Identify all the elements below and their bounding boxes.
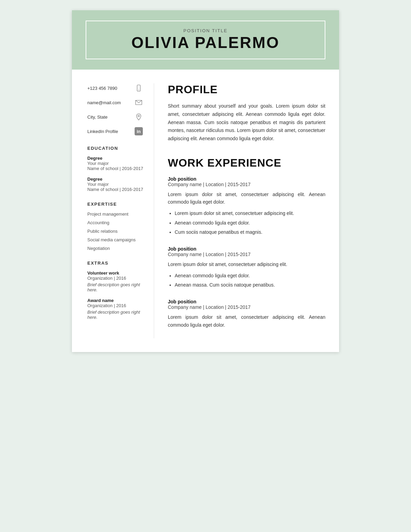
job-1-position: Job position: [168, 176, 325, 182]
edu-major-2: Your major: [87, 182, 144, 187]
header-inner: POSITION TITLE OLIVIA PALERMO: [86, 21, 325, 59]
resume-page: POSITION TITLE OLIVIA PALERMO +123 456 7…: [72, 10, 339, 352]
edu-major-1: Your major: [87, 161, 144, 166]
linkedin-icon: in: [134, 126, 144, 136]
job-1-desc: Lorem ipsum dolor sit amet, consectetuer…: [168, 191, 325, 206]
expertise-item-4: Social media campaigns: [87, 237, 144, 242]
location-icon: [134, 112, 144, 122]
extras-entry-2-title: Award name: [87, 298, 144, 303]
job-2-bullets: Aenean commodo ligula eget dolor. Aenean…: [168, 272, 325, 290]
extras-entry-1-desc: Brief description goes right here.: [87, 282, 144, 292]
contact-email: name@mail.com: [87, 98, 144, 107]
edu-school-1: Name of school | 2016-2017: [87, 166, 144, 171]
education-title: EDUCATION: [87, 146, 144, 151]
job-entry-3: Job position Company name | Location | 2…: [168, 299, 325, 329]
job-2-bullet-1: Aenean commodo ligula eget dolor.: [175, 272, 325, 280]
extras-entry-2: Award name Organization | 2016 Brief des…: [87, 298, 144, 320]
contact-linkedin: LinkedIn Profile in: [87, 126, 144, 136]
contact-phone: +123 456 7890: [87, 83, 144, 93]
expertise-item-2: Accounting: [87, 220, 144, 225]
profile-text: Short summary about yourself and your go…: [168, 102, 325, 143]
position-label: POSITION TITLE: [97, 28, 314, 33]
job-1-bullets: Lorem ipsum dolor sit amet, consectetuer…: [168, 209, 325, 237]
job-2-position: Job position: [168, 246, 325, 252]
phone-text: +123 456 7890: [87, 86, 117, 91]
extras-entry-1: Volunteer work Organization | 2016 Brief…: [87, 270, 144, 292]
extras-entry-2-org: Organization | 2016: [87, 303, 144, 308]
expertise-item-1: Project management: [87, 211, 144, 217]
job-1-bullet-2: Aenean commodo ligula eget dolor.: [175, 219, 325, 227]
linkedin-text: LinkedIn Profile: [87, 129, 118, 134]
job-3-desc: Lorem ipsum dolor sit amet, consectetuer…: [168, 313, 325, 329]
expertise-list: Project management Accounting Public rel…: [87, 211, 144, 251]
job-2-bullet-2: Aenean massa. Cum sociis natoque penatib…: [175, 281, 325, 289]
job-3-position: Job position: [168, 299, 325, 304]
job-1-bullet-1: Lorem ipsum dolor sit amet, consectetuer…: [175, 209, 325, 218]
extras-title: EXTRAS: [87, 261, 144, 266]
job-entry-2: Job position Company name | Location | 2…: [168, 246, 325, 289]
edu-school-2: Name of school | 2016-2017: [87, 187, 144, 192]
candidate-name: OLIVIA PALERMO: [97, 33, 314, 52]
email-text: name@mail.com: [87, 100, 121, 105]
work-experience-section: WORK EXPERIENCE Job position Company nam…: [168, 157, 325, 329]
job-1-company: Company name | Location | 2015-2017: [168, 182, 325, 187]
edu-degree-1: Degree: [87, 156, 144, 161]
edu-entry-1: Degree Your major Name of school | 2016-…: [87, 156, 144, 171]
svg-point-3: [138, 115, 140, 117]
job-2-desc: Lorem ipsum dolor sit amet, consectetuer…: [168, 261, 325, 268]
main-content: PROFILE Short summary about yourself and…: [154, 83, 339, 338]
job-1-bullet-3: Cum sociis natoque penatibus et magnis.: [175, 228, 325, 237]
edu-entry-2: Degree Your major Name of school | 2016-…: [87, 177, 144, 192]
header: POSITION TITLE OLIVIA PALERMO: [72, 10, 339, 70]
sidebar: +123 456 7890 name@mail.com: [72, 83, 154, 338]
education-entries: Degree Your major Name of school | 2016-…: [87, 156, 144, 192]
work-experience-title: WORK EXPERIENCE: [168, 157, 325, 169]
extras-entries: Volunteer work Organization | 2016 Brief…: [87, 270, 144, 320]
body: +123 456 7890 name@mail.com: [72, 70, 339, 352]
edu-degree-2: Degree: [87, 177, 144, 182]
profile-title: PROFILE: [168, 83, 325, 96]
extras-entry-1-org: Organization | 2016: [87, 276, 144, 281]
contact-location: City, State: [87, 112, 144, 122]
contact-section: +123 456 7890 name@mail.com: [87, 83, 144, 136]
profile-section: PROFILE Short summary about yourself and…: [168, 83, 325, 143]
location-text: City, State: [87, 114, 108, 120]
phone-icon: [134, 83, 144, 93]
extras-entry-1-title: Volunteer work: [87, 270, 144, 276]
expertise-title: EXPERTISE: [87, 202, 144, 207]
expertise-item-3: Public relations: [87, 229, 144, 234]
job-entry-1: Job position Company name | Location | 2…: [168, 176, 325, 237]
job-3-company: Company name | Location | 2015-2017: [168, 304, 325, 310]
email-icon: [134, 98, 144, 107]
job-2-company: Company name | Location | 2015-2017: [168, 252, 325, 257]
expertise-item-5: Negotiation: [87, 246, 144, 251]
extras-entry-2-desc: Brief description goes right here.: [87, 310, 144, 320]
